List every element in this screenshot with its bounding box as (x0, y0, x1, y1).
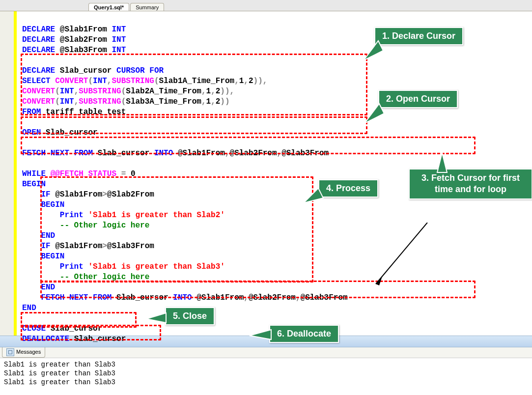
msg-line: Slab1 is greater than Slab3 (4, 369, 115, 377)
num: 2 (216, 87, 221, 96)
var: @Slab3From (107, 242, 154, 251)
kw-begin: BEGIN (41, 252, 64, 261)
comma: , (234, 77, 239, 85)
paren: ( (55, 97, 60, 106)
table: tariff_table_test (46, 108, 126, 116)
kw-into: INTO (154, 149, 173, 158)
svg-marker-1 (364, 104, 384, 123)
kw-int: INT (93, 77, 107, 85)
comma: , (211, 87, 216, 96)
kw-if: IF (41, 242, 50, 251)
var: @Slab1From (178, 149, 225, 158)
paren: )), (220, 87, 234, 96)
var-slab3from: @Slab3From (60, 46, 107, 55)
kw-declare: DECLARE (22, 35, 55, 44)
comment: -- Other logic here (60, 273, 149, 282)
comma: , (277, 149, 282, 158)
comma: , (201, 97, 206, 106)
kw-open: OPEN (22, 128, 41, 137)
callout-tail-icon (432, 153, 452, 172)
var: @Slab1From (196, 293, 244, 302)
var-slab2from: @Slab2From (60, 35, 107, 44)
msg-line: Slab1 is greater than Slab3 (4, 361, 115, 368)
msg-line: Slab1 is greater than Slab3 (4, 378, 115, 386)
num: 2 (216, 97, 221, 106)
kw-int: INT (112, 25, 126, 34)
kw-fetch: FETCH (22, 149, 46, 158)
op: = (121, 169, 126, 178)
fn-convert: CONVERT (22, 97, 55, 106)
kw-deallocate: DEALLOCATE (22, 335, 69, 343)
kw-while: WHILE (22, 169, 46, 178)
tab-query1[interactable]: Query1.sql* (88, 3, 129, 11)
messages-icon (6, 348, 14, 356)
paren: ( (55, 87, 60, 96)
kw-cursor-for: CURSOR FOR (116, 66, 164, 75)
var: @Slab3From (281, 149, 329, 158)
kw-from: FROM (74, 149, 93, 158)
kw-into: INTO (173, 293, 192, 302)
kw-next: NEXT (69, 293, 88, 302)
num: 1 (239, 77, 244, 85)
comment: -- Other logic here (60, 221, 149, 230)
comma: , (244, 77, 249, 85)
comma: , (74, 97, 79, 106)
code-editor[interactable]: DECLARE @Slab1From INT DECLARE @Slab2Fro… (0, 11, 532, 336)
tab-summary[interactable]: Summary (130, 3, 164, 11)
comma: , (74, 87, 79, 96)
paren: ( (154, 77, 159, 85)
svg-marker-4 (146, 313, 166, 323)
callout-open: 2. Open Cursor (378, 90, 458, 108)
svg-line-6 (376, 223, 427, 284)
kw-int: INT (112, 35, 126, 44)
kw-print: Print (60, 262, 84, 271)
svg-marker-3 (304, 188, 323, 203)
kw-int: INT (112, 46, 126, 55)
callout-deallocate: 6. Deallocate (269, 325, 339, 343)
callout-tail-icon (146, 313, 166, 325)
col: Slab3A_Time_From (126, 97, 201, 106)
ident-cursor: Slab_cursor (51, 324, 103, 333)
svg-marker-7 (376, 277, 382, 285)
string-literal: 'Slab1 is greater than Slab3' (88, 262, 224, 271)
num: 2 (249, 77, 253, 85)
ident-cursor: Slab_cursor (116, 293, 168, 302)
messages-pane: Messages Slab1 is greater than Slab3 Sla… (0, 347, 532, 389)
paren: ( (121, 97, 126, 106)
kw-print: Print (60, 211, 84, 220)
paren: ( (121, 87, 126, 96)
comma: , (211, 97, 216, 106)
paren: ( (88, 77, 93, 85)
callout-tail-icon (364, 104, 384, 123)
callout-tail-icon (364, 41, 383, 60)
svg-marker-2 (437, 153, 447, 172)
messages-body[interactable]: Slab1 is greater than Slab3 Slab1 is gre… (0, 358, 532, 389)
num: 0 (131, 169, 136, 178)
kw-begin: BEGIN (41, 200, 64, 209)
callout-tail-icon (304, 188, 323, 208)
var: @Slab3From (301, 293, 348, 302)
kw-end: END (41, 231, 55, 240)
comma: , (225, 149, 230, 158)
fn-convert: CONVERT (22, 87, 55, 96)
op: > (102, 190, 107, 199)
kw-declare: DECLARE (22, 66, 55, 75)
comma: , (244, 293, 249, 302)
callout-close: 5. Close (165, 307, 215, 325)
kw-int: INT (60, 87, 74, 96)
callout-declare: 1. Declare Cursor (374, 27, 463, 45)
fetch-status: @@FETCH_STATUS (51, 169, 116, 178)
comma: , (296, 293, 301, 302)
var-slab1from: @Slab1From (60, 25, 107, 34)
num: 1 (206, 87, 211, 96)
var: @Slab1From (55, 190, 102, 199)
kw-select: SELECT (22, 77, 51, 85)
col: Slab1A_Time_From (159, 77, 235, 85)
svg-marker-0 (364, 41, 383, 60)
kw-fetch: FETCH (41, 293, 64, 302)
kw-next: NEXT (51, 149, 69, 158)
kw-declare: DECLARE (22, 46, 55, 55)
var: @Slab2From (107, 190, 154, 199)
line-gutter (0, 11, 14, 336)
string-literal: 'Slab1 is greater than Slab2' (88, 211, 224, 220)
